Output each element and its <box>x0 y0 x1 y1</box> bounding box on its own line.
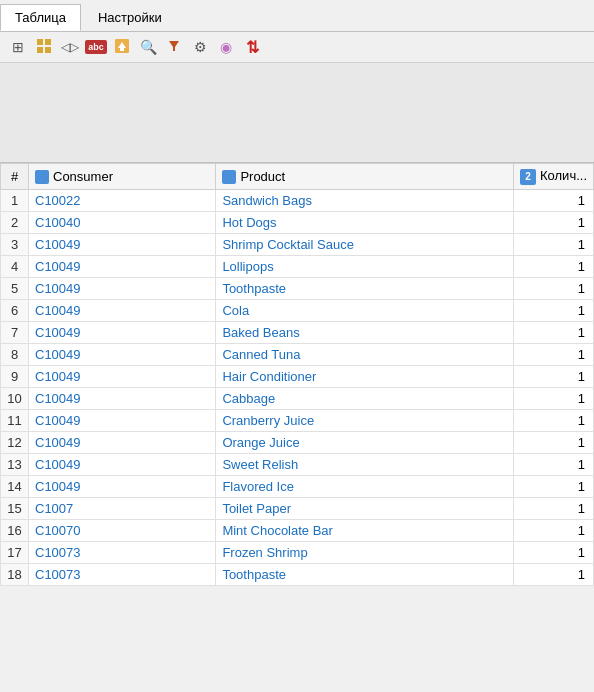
arrows-icon: ◁▷ <box>61 40 79 54</box>
table-container: # Consumer Product 2Колич... 1C10022Sand… <box>0 163 594 586</box>
cell-product[interactable]: Hair Conditioner <box>216 365 514 387</box>
table-row: 12C10049Orange Juice1 <box>1 431 594 453</box>
cell-num: 14 <box>1 475 29 497</box>
filter-button[interactable] <box>162 36 186 58</box>
cell-quantity: 1 <box>514 365 594 387</box>
col-header-consumer[interactable]: Consumer <box>29 164 216 190</box>
cell-consumer[interactable]: C10073 <box>29 541 216 563</box>
table-row: 5C10049Toothpaste1 <box>1 277 594 299</box>
grid-view-button[interactable]: ⊞ <box>6 36 30 58</box>
table-row: 14C10049Flavored Ice1 <box>1 475 594 497</box>
cell-quantity: 1 <box>514 255 594 277</box>
cell-quantity: 1 <box>514 233 594 255</box>
table-row: 4C10049Lollipops1 <box>1 255 594 277</box>
svg-rect-1 <box>45 39 51 45</box>
cell-consumer[interactable]: C10049 <box>29 431 216 453</box>
text-format-button[interactable]: abc <box>84 36 108 58</box>
cell-product[interactable]: Cranberry Juice <box>216 409 514 431</box>
table-row: 18C10073Toothpaste1 <box>1 563 594 585</box>
cell-consumer[interactable]: C10049 <box>29 475 216 497</box>
cell-product[interactable]: Cola <box>216 299 514 321</box>
cell-product[interactable]: Hot Dogs <box>216 211 514 233</box>
sort-icon: ⇅ <box>246 38 259 57</box>
cell-num: 13 <box>1 453 29 475</box>
nav-arrows-button[interactable]: ◁▷ <box>58 36 82 58</box>
cell-consumer[interactable]: C10049 <box>29 299 216 321</box>
cell-quantity: 1 <box>514 519 594 541</box>
cell-consumer[interactable]: C10022 <box>29 189 216 211</box>
cell-product[interactable]: Sweet Relish <box>216 453 514 475</box>
cell-num: 6 <box>1 299 29 321</box>
export-button[interactable] <box>110 36 134 58</box>
table-row: 15C1007Toilet Paper1 <box>1 497 594 519</box>
cell-quantity: 1 <box>514 431 594 453</box>
cell-product[interactable]: Toothpaste <box>216 563 514 585</box>
cell-quantity: 1 <box>514 277 594 299</box>
cell-consumer[interactable]: C10049 <box>29 277 216 299</box>
cell-consumer[interactable]: C10073 <box>29 563 216 585</box>
cell-product[interactable]: Lollipops <box>216 255 514 277</box>
export-icon <box>114 38 130 57</box>
cell-consumer[interactable]: C10040 <box>29 211 216 233</box>
table-row: 16C10070Mint Chocolate Bar1 <box>1 519 594 541</box>
cell-product[interactable]: Canned Tuna <box>216 343 514 365</box>
cell-num: 4 <box>1 255 29 277</box>
table-icon <box>36 38 52 57</box>
cell-product[interactable]: Mint Chocolate Bar <box>216 519 514 541</box>
col-header-quantity[interactable]: 2Колич... <box>514 164 594 190</box>
svg-rect-0 <box>37 39 43 45</box>
cell-consumer[interactable]: C10049 <box>29 453 216 475</box>
tab-bar: Таблица Настройки <box>0 0 594 32</box>
table-view-button[interactable] <box>32 36 56 58</box>
cell-product[interactable]: Orange Juice <box>216 431 514 453</box>
cell-consumer[interactable]: C10049 <box>29 387 216 409</box>
cell-product[interactable]: Cabbage <box>216 387 514 409</box>
settings-button[interactable]: ⚙ <box>188 36 212 58</box>
cell-consumer[interactable]: C10049 <box>29 343 216 365</box>
cell-product[interactable]: Baked Beans <box>216 321 514 343</box>
cell-consumer[interactable]: C10049 <box>29 233 216 255</box>
table-header-row: # Consumer Product 2Колич... <box>1 164 594 190</box>
cell-quantity: 1 <box>514 497 594 519</box>
cell-quantity: 1 <box>514 453 594 475</box>
svg-rect-6 <box>120 48 124 51</box>
settings-icon: ⚙ <box>194 39 207 55</box>
tab-settings[interactable]: Настройки <box>83 4 177 31</box>
cell-product[interactable]: Frozen Shrimp <box>216 541 514 563</box>
col-header-num[interactable]: # <box>1 164 29 190</box>
cell-product[interactable]: Toilet Paper <box>216 497 514 519</box>
table-row: 3C10049Shrimp Cocktail Sauce1 <box>1 233 594 255</box>
cell-quantity: 1 <box>514 211 594 233</box>
svg-rect-3 <box>45 47 51 53</box>
table-row: 11C10049Cranberry Juice1 <box>1 409 594 431</box>
sort-button[interactable]: ⇅ <box>240 36 264 58</box>
product-col-icon <box>222 170 236 184</box>
cell-consumer[interactable]: C10049 <box>29 409 216 431</box>
cell-num: 7 <box>1 321 29 343</box>
cell-quantity: 1 <box>514 321 594 343</box>
cell-num: 5 <box>1 277 29 299</box>
table-row: 6C10049Cola1 <box>1 299 594 321</box>
cell-consumer[interactable]: C10049 <box>29 321 216 343</box>
cell-product[interactable]: Flavored Ice <box>216 475 514 497</box>
table-row: 9C10049Hair Conditioner1 <box>1 365 594 387</box>
cell-consumer[interactable]: C10049 <box>29 365 216 387</box>
cell-num: 3 <box>1 233 29 255</box>
cell-consumer[interactable]: C10049 <box>29 255 216 277</box>
cell-num: 18 <box>1 563 29 585</box>
cell-consumer[interactable]: C1007 <box>29 497 216 519</box>
cell-product[interactable]: Toothpaste <box>216 277 514 299</box>
search-button[interactable]: 🔍 <box>136 36 160 58</box>
cell-quantity: 1 <box>514 409 594 431</box>
cell-quantity: 1 <box>514 541 594 563</box>
tab-table[interactable]: Таблица <box>0 4 81 31</box>
cell-num: 16 <box>1 519 29 541</box>
cell-num: 2 <box>1 211 29 233</box>
consumer-col-icon <box>35 170 49 184</box>
cell-consumer[interactable]: C10070 <box>29 519 216 541</box>
palette-button[interactable]: ◉ <box>214 36 238 58</box>
cell-product[interactable]: Shrimp Cocktail Sauce <box>216 233 514 255</box>
col-header-product[interactable]: Product <box>216 164 514 190</box>
cell-quantity: 1 <box>514 387 594 409</box>
cell-product[interactable]: Sandwich Bags <box>216 189 514 211</box>
